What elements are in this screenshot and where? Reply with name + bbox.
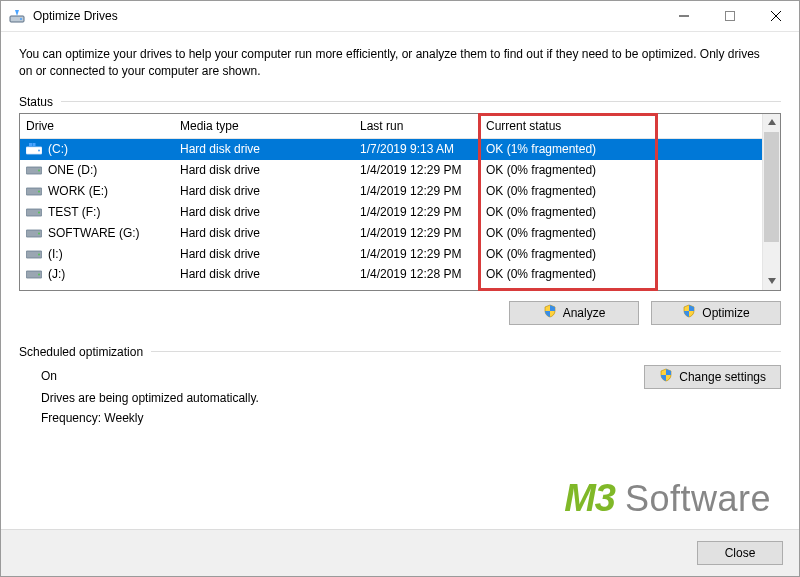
- close-dialog-button[interactable]: Close: [697, 541, 783, 565]
- svg-point-17: [38, 254, 40, 256]
- divider: [61, 101, 781, 102]
- svg-rect-6: [33, 143, 36, 146]
- table-row[interactable]: TEST (F:) Hard disk drive 1/4/2019 12:29…: [20, 202, 762, 223]
- drive-last: 1/4/2019 12:29 PM: [354, 226, 480, 240]
- app-icon: [9, 8, 25, 24]
- drive-status: OK (0% fragmented): [480, 184, 640, 198]
- drive-media: Hard disk drive: [174, 267, 354, 281]
- drive-media: Hard disk drive: [174, 163, 354, 177]
- drive-icon: [26, 143, 42, 155]
- column-header-media[interactable]: Media type: [174, 119, 354, 133]
- drive-name: SOFTWARE (G:): [48, 226, 140, 240]
- svg-point-13: [38, 212, 40, 214]
- table-row[interactable]: (C:) Hard disk drive 1/7/2019 9:13 AM OK…: [20, 139, 762, 160]
- analyze-label: Analyze: [563, 306, 606, 320]
- change-settings-button[interactable]: Change settings: [644, 365, 781, 389]
- footer-bar: Close: [1, 529, 799, 576]
- watermark-software: Software: [625, 478, 771, 520]
- divider: [151, 351, 781, 352]
- watermark: M3 Software: [564, 477, 771, 520]
- schedule-desc-1: Drives are being optimized automatically…: [41, 391, 781, 405]
- svg-point-19: [38, 273, 40, 275]
- watermark-m3: M3: [564, 477, 615, 520]
- minimize-button[interactable]: [661, 1, 707, 31]
- drive-status: OK (0% fragmented): [480, 205, 640, 219]
- optimize-button[interactable]: Optimize: [651, 301, 781, 325]
- drive-last: 1/4/2019 12:29 PM: [354, 205, 480, 219]
- drive-last: 1/4/2019 12:29 PM: [354, 247, 480, 261]
- svg-point-4: [38, 150, 40, 152]
- shield-icon: [682, 304, 696, 321]
- drive-media: Hard disk drive: [174, 247, 354, 261]
- column-header-drive[interactable]: Drive: [20, 119, 174, 133]
- drive-name: (C:): [48, 142, 68, 156]
- drive-status: OK (0% fragmented): [480, 163, 640, 177]
- drive-icon: [26, 268, 42, 280]
- column-header-status[interactable]: Current status: [480, 119, 640, 133]
- shield-icon: [543, 304, 557, 321]
- analyze-button[interactable]: Analyze: [509, 301, 639, 325]
- status-section-label: Status: [19, 95, 781, 109]
- drive-status: OK (0% fragmented): [480, 247, 640, 261]
- svg-rect-2: [726, 12, 735, 21]
- table-row[interactable]: SOFTWARE (G:) Hard disk drive 1/4/2019 1…: [20, 223, 762, 244]
- column-header-last[interactable]: Last run: [354, 119, 480, 133]
- optimize-label: Optimize: [702, 306, 749, 320]
- svg-point-15: [38, 233, 40, 235]
- drive-icon: [26, 164, 42, 176]
- scrollbar-vertical[interactable]: [762, 114, 780, 290]
- content-area: You can optimize your drives to help you…: [1, 32, 799, 441]
- status-label-text: Status: [19, 95, 53, 109]
- table-row[interactable]: ONE (D:) Hard disk drive 1/4/2019 12:29 …: [20, 160, 762, 181]
- drive-status: OK (0% fragmented): [480, 226, 640, 240]
- drive-media: Hard disk drive: [174, 184, 354, 198]
- drive-icon: [26, 248, 42, 260]
- drive-status: OK (1% fragmented): [480, 142, 640, 156]
- drive-last: 1/4/2019 12:29 PM: [354, 184, 480, 198]
- drive-media: Hard disk drive: [174, 205, 354, 219]
- optimize-drives-window: Optimize Drives You can optimize your dr…: [0, 0, 800, 577]
- window-title: Optimize Drives: [33, 9, 118, 23]
- drive-icon: [26, 227, 42, 239]
- drive-name: (J:): [48, 267, 65, 281]
- change-settings-label: Change settings: [679, 370, 766, 384]
- drive-status: OK (0% fragmented): [480, 267, 640, 281]
- svg-rect-7: [29, 147, 32, 148]
- close-label: Close: [725, 546, 756, 560]
- schedule-desc-2: Frequency: Weekly: [41, 411, 781, 425]
- table-row[interactable]: (J:) Hard disk drive 1/4/2019 12:28 PM O…: [20, 265, 762, 283]
- schedule-section-label: Scheduled optimization: [19, 345, 781, 359]
- drive-name: TEST (F:): [48, 205, 100, 219]
- scrollbar-thumb[interactable]: [764, 132, 779, 242]
- shield-icon: [659, 368, 673, 385]
- drive-media: Hard disk drive: [174, 142, 354, 156]
- table-row[interactable]: (I:) Hard disk drive 1/4/2019 12:29 PM O…: [20, 244, 762, 265]
- drive-media: Hard disk drive: [174, 226, 354, 240]
- drive-name: WORK (E:): [48, 184, 108, 198]
- svg-point-1: [20, 18, 22, 20]
- drive-icon: [26, 185, 42, 197]
- table-row[interactable]: WORK (E:) Hard disk drive 1/4/2019 12:29…: [20, 181, 762, 202]
- action-button-row: Analyze Optimize: [19, 301, 781, 325]
- schedule-label-text: Scheduled optimization: [19, 345, 143, 359]
- scroll-up-button[interactable]: [763, 114, 780, 131]
- titlebar: Optimize Drives: [1, 1, 799, 32]
- svg-point-9: [38, 170, 40, 172]
- drive-last: 1/7/2019 9:13 AM: [354, 142, 480, 156]
- drive-last: 1/4/2019 12:29 PM: [354, 163, 480, 177]
- svg-rect-5: [29, 143, 32, 146]
- maximize-button[interactable]: [707, 1, 753, 31]
- drive-last: 1/4/2019 12:28 PM: [354, 267, 480, 281]
- svg-point-11: [38, 191, 40, 193]
- scroll-down-button[interactable]: [763, 273, 780, 290]
- intro-text: You can optimize your drives to help you…: [19, 46, 769, 81]
- list-header: Drive Media type Last run Current status: [20, 114, 762, 139]
- drive-name: (I:): [48, 247, 63, 261]
- drive-icon: [26, 206, 42, 218]
- drive-list: Drive Media type Last run Current status…: [19, 113, 781, 291]
- close-button[interactable]: [753, 1, 799, 31]
- drive-name: ONE (D:): [48, 163, 97, 177]
- scheduled-optimization-section: Scheduled optimization On Drives are bei…: [19, 345, 781, 425]
